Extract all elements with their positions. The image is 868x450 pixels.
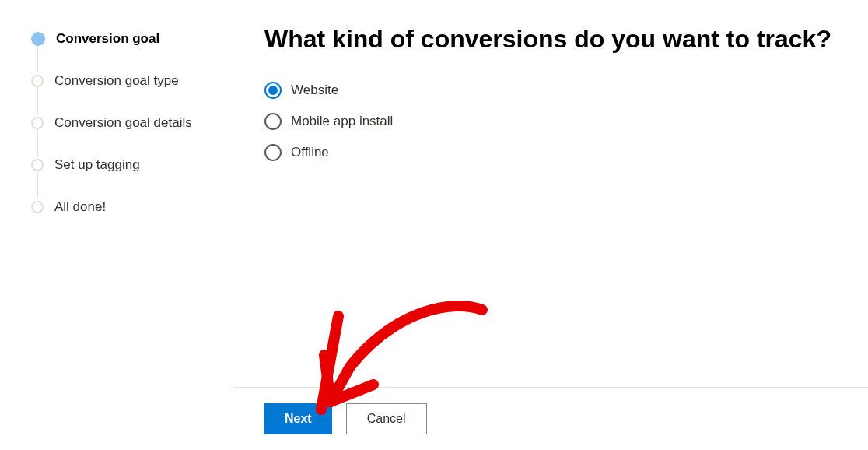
step-set-up-tagging[interactable]: Set up tagging bbox=[31, 157, 209, 199]
step-bullet-icon bbox=[31, 159, 44, 171]
conversion-kind-radio-group: Website Mobile app install Offline bbox=[264, 82, 837, 161]
next-button[interactable]: Next bbox=[264, 403, 332, 434]
step-label: Set up tagging bbox=[54, 157, 140, 173]
radio-option-mobile-app-install[interactable]: Mobile app install bbox=[264, 113, 837, 130]
step-connector-line bbox=[37, 87, 38, 114]
step-bullet-icon bbox=[31, 75, 44, 87]
step-label: Conversion goal details bbox=[54, 115, 192, 131]
step-connector-line bbox=[37, 129, 38, 156]
step-conversion-goal-details[interactable]: Conversion goal details bbox=[31, 115, 209, 157]
step-bullet-icon bbox=[31, 201, 44, 213]
step-label: All done! bbox=[54, 199, 106, 215]
step-conversion-goal[interactable]: Conversion goal bbox=[31, 31, 209, 73]
step-conversion-goal-type[interactable]: Conversion goal type bbox=[31, 73, 209, 115]
radio-label: Mobile app install bbox=[291, 114, 393, 129]
radio-label: Website bbox=[291, 83, 338, 98]
content-area: What kind of conversions do you want to … bbox=[233, 0, 868, 387]
step-connector-line bbox=[37, 171, 38, 198]
footer-actions: Next Cancel bbox=[233, 387, 868, 450]
radio-icon bbox=[264, 82, 282, 99]
step-label: Conversion goal bbox=[56, 31, 159, 47]
radio-option-website[interactable]: Website bbox=[264, 82, 837, 99]
radio-icon bbox=[264, 144, 282, 161]
main-panel: What kind of conversions do you want to … bbox=[233, 0, 868, 450]
step-label: Conversion goal type bbox=[54, 73, 179, 89]
radio-label: Offline bbox=[291, 145, 329, 160]
radio-option-offline[interactable]: Offline bbox=[264, 144, 837, 161]
wizard-steps-sidebar: Conversion goal Conversion goal type Con… bbox=[0, 0, 233, 450]
step-connector-line bbox=[37, 45, 38, 72]
cancel-button[interactable]: Cancel bbox=[346, 403, 427, 434]
step-bullet-icon bbox=[31, 117, 44, 129]
step-bullet-icon bbox=[31, 32, 45, 46]
page-heading: What kind of conversions do you want to … bbox=[264, 25, 837, 54]
radio-icon bbox=[264, 113, 282, 130]
step-all-done[interactable]: All done! bbox=[31, 199, 209, 215]
